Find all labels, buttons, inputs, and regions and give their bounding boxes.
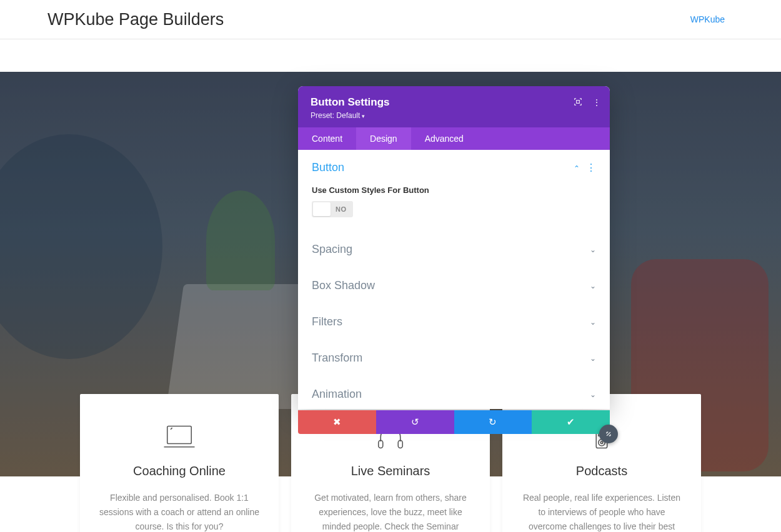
section-body-button: Use Custom Styles For Button NO (298, 185, 610, 231)
chevron-down-icon: ⌄ (590, 390, 596, 399)
section-header-transform[interactable]: Transform ⌄ (298, 340, 610, 376)
modal-preset-dropdown[interactable]: Preset: Default (311, 111, 597, 120)
redo-icon: ↻ (489, 416, 497, 428)
section-header-box-shadow[interactable]: Box Shadow ⌄ (298, 268, 610, 303)
svg-rect-2 (398, 440, 402, 448)
section-title: Button (312, 161, 344, 174)
site-title: WPKube Page Builders (47, 10, 224, 29)
close-icon: ✖ (333, 416, 341, 428)
undo-button[interactable]: ↺ (376, 410, 454, 434)
card-desc: Flexible and personalised. Book 1:1 sess… (99, 491, 260, 532)
card-desc: Get motivated, learn from others, share … (310, 491, 471, 532)
section-header-animation[interactable]: Animation ⌄ (298, 377, 610, 409)
section-transform: Transform ⌄ (298, 340, 610, 377)
redo-button[interactable]: ↻ (454, 410, 532, 434)
modal-title: Button Settings (311, 96, 597, 109)
check-icon: ✔ (567, 416, 575, 428)
tab-design[interactable]: Design (356, 127, 411, 150)
modal-body-scroll[interactable]: Button ⌄ ⋮ Use Custom Styles For Button … (298, 150, 610, 409)
section-title: Spacing (312, 243, 352, 256)
section-filters: Filters ⌄ (298, 304, 610, 340)
button-settings-modal: Button Settings Preset: Default ⋮ Conten… (298, 86, 610, 409)
toggle-custom-styles[interactable]: NO (312, 201, 353, 217)
card-desc: Real people, real life experiences. List… (521, 491, 682, 532)
section-title: Filters (312, 315, 342, 328)
svg-rect-1 (379, 440, 383, 448)
section-spacing: Spacing ⌄ (298, 232, 610, 268)
chevron-down-icon: ⌄ (590, 354, 596, 363)
topbar: WPKube Page Builders WPKube (0, 0, 781, 39)
kebab-menu-icon[interactable]: ⋮ (592, 97, 601, 108)
resize-icon (604, 430, 613, 438)
chevron-down-icon: ⌄ (590, 282, 596, 290)
section-button: Button ⌄ ⋮ Use Custom Styles For Button … (298, 150, 610, 232)
card-title: Coaching Online (99, 464, 260, 478)
tab-advanced[interactable]: Advanced (411, 127, 477, 150)
modal-tabs: Content Design Advanced (298, 127, 610, 150)
chevron-down-icon: ⌄ (590, 245, 596, 254)
section-header-button[interactable]: Button ⌄ ⋮ (298, 150, 610, 185)
section-title: Transform (312, 352, 362, 365)
card-title: Live Seminars (310, 464, 471, 478)
section-title: Animation (312, 388, 362, 401)
toggle-knob (313, 202, 331, 216)
section-title: Box Shadow (312, 279, 375, 292)
card-coaching-online: Coaching Online Flexible and personalise… (80, 394, 279, 532)
svg-rect-7 (577, 101, 580, 104)
chevron-up-icon: ⌄ (574, 164, 580, 172)
laptop-icon (162, 424, 197, 453)
field-label-custom-styles: Use Custom Styles For Button (312, 185, 596, 195)
modal-header[interactable]: Button Settings Preset: Default ⋮ (298, 86, 610, 127)
toggle-value: NO (331, 205, 352, 213)
card-title: Podcasts (521, 464, 682, 478)
modal-footer: ✖ ↺ ↻ ✔ (298, 410, 610, 434)
section-animation: Animation ⌄ (298, 377, 610, 409)
topbar-link[interactable]: WPKube (690, 14, 725, 24)
save-button[interactable]: ✔ (532, 410, 610, 434)
chevron-down-icon: ⌄ (590, 318, 596, 327)
section-box-shadow: Box Shadow ⌄ (298, 268, 610, 304)
cancel-button[interactable]: ✖ (298, 410, 376, 434)
expand-icon[interactable] (574, 97, 582, 108)
undo-icon: ↺ (411, 416, 419, 428)
tab-content[interactable]: Content (298, 127, 356, 150)
section-header-filters[interactable]: Filters ⌄ (298, 304, 610, 340)
section-kebab-icon[interactable]: ⋮ (586, 163, 596, 173)
svg-point-6 (600, 441, 603, 444)
resize-handle[interactable] (599, 425, 618, 443)
section-header-spacing[interactable]: Spacing ⌄ (298, 232, 610, 267)
